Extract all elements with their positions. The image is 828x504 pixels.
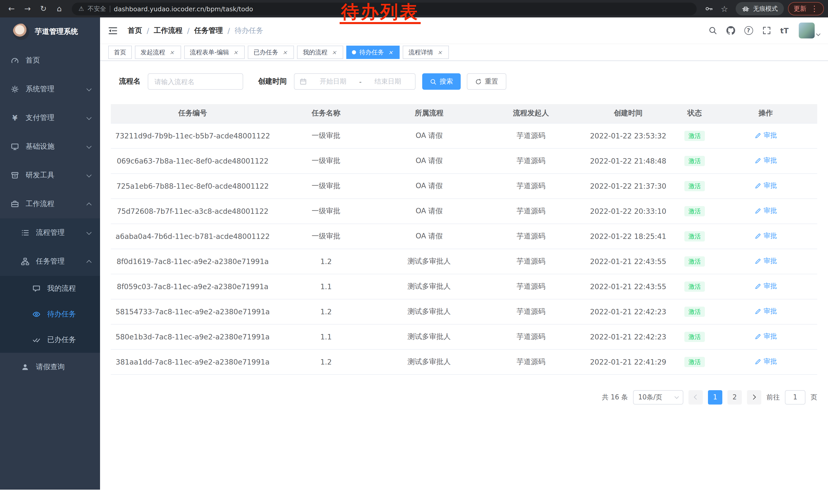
- user-menu[interactable]: [799, 22, 820, 39]
- initiator-cell: 芋道源码: [481, 123, 581, 148]
- approve-link[interactable]: 审批: [754, 231, 777, 241]
- action-cell: 审批: [714, 198, 817, 224]
- approve-link[interactable]: 审批: [754, 282, 777, 291]
- approve-link[interactable]: 审批: [754, 131, 777, 140]
- tab-label: 已办任务: [254, 48, 278, 57]
- create-time-cell: 2022-01-21 22:43:55: [581, 249, 675, 274]
- date-range-picker[interactable]: 开始日期 - 结束日期: [294, 73, 416, 90]
- sidebar-item-leave-query[interactable]: 请假查询: [0, 353, 100, 381]
- goto-page-input[interactable]: [785, 390, 805, 404]
- bookmark-star-icon[interactable]: [717, 2, 732, 16]
- tab-my-process[interactable]: 我的流程: [297, 46, 343, 59]
- browser-reload-icon[interactable]: [36, 1, 51, 16]
- breadcrumb-item-current: 待办任务: [235, 26, 263, 35]
- app-logo[interactable]: 芋道管理系统: [0, 17, 100, 46]
- close-icon[interactable]: [387, 49, 394, 56]
- total-count: 共 16 条: [602, 393, 628, 402]
- briefcase-icon: [10, 200, 19, 208]
- help-icon[interactable]: [742, 24, 755, 37]
- close-icon[interactable]: [436, 49, 444, 56]
- sidebar-collapse-icon[interactable]: [108, 25, 120, 36]
- close-icon[interactable]: [232, 49, 239, 56]
- status-badge: 激活: [685, 331, 705, 342]
- page-size-select[interactable]: 10条/页: [633, 390, 683, 404]
- annotation-todo-list: 待办列表: [340, 2, 421, 24]
- action-cell: 审批: [714, 299, 817, 324]
- reset-button[interactable]: 重置: [467, 73, 506, 90]
- browser-forward-icon[interactable]: [20, 1, 35, 16]
- process-name-input[interactable]: [148, 73, 243, 90]
- font-size-icon[interactable]: [778, 24, 791, 37]
- breadcrumb-item[interactable]: 任务管理: [194, 26, 223, 35]
- password-key-icon[interactable]: [702, 2, 716, 16]
- sidebar-item-my-process[interactable]: 我的流程: [0, 276, 100, 302]
- fullscreen-icon[interactable]: [760, 24, 773, 37]
- approve-link[interactable]: 审批: [754, 156, 777, 165]
- sidebar-item-process-mgmt[interactable]: 流程管理: [0, 218, 100, 247]
- tab-home[interactable]: 首页: [108, 46, 132, 59]
- status-cell: 激活: [675, 148, 714, 173]
- divider: [110, 5, 110, 12]
- approve-link[interactable]: 审批: [754, 207, 777, 216]
- sidebar-item-infra[interactable]: 基础设施: [0, 132, 100, 161]
- browser-menu-icon[interactable]: [811, 4, 818, 13]
- process-cell: OA 请假: [378, 173, 481, 198]
- sidebar-item-system[interactable]: 系统管理: [0, 75, 100, 103]
- close-icon[interactable]: [281, 49, 289, 56]
- approve-link[interactable]: 审批: [754, 332, 777, 341]
- status-cell: 激活: [675, 249, 714, 274]
- task-id-cell: 8f0d1619-7ac8-11ec-a9e2-a2380e71991a: [111, 249, 275, 274]
- next-page-button[interactable]: [747, 390, 761, 404]
- breadcrumb-item[interactable]: 工作流程: [154, 26, 182, 35]
- sidebar-item-label: 流程管理: [36, 228, 65, 237]
- close-icon[interactable]: [168, 49, 175, 56]
- table-row: 58154733-7ac8-11ec-a9e2-a2380e71991a 1.2…: [111, 299, 817, 324]
- github-icon[interactable]: [724, 24, 737, 37]
- table-row: 73211d9d-7b9b-11ec-b5b7-acde48001122 一级审…: [111, 123, 817, 148]
- refresh-icon: [475, 78, 482, 85]
- browser-update-button[interactable]: 更新: [788, 2, 824, 15]
- sidebar-item-label: 首页: [26, 56, 40, 65]
- initiator-cell: 芋道源码: [481, 349, 581, 374]
- avatar[interactable]: [799, 22, 815, 39]
- approve-link[interactable]: 审批: [754, 181, 777, 190]
- close-icon[interactable]: [331, 49, 338, 56]
- initiator-cell: 芋道源码: [481, 274, 581, 299]
- sidebar-item-label: 系统管理: [26, 85, 54, 94]
- sidebar-item-workflow[interactable]: 工作流程: [0, 190, 100, 218]
- approve-link[interactable]: 审批: [754, 357, 777, 366]
- sidebar-item-todo-tasks[interactable]: 待办任务: [0, 302, 100, 327]
- status-badge: 激活: [685, 181, 705, 191]
- create-time-cell: 2022-01-21 22:42:23: [581, 299, 675, 324]
- sidebar-item-done-tasks[interactable]: 已办任务: [0, 327, 100, 353]
- browser-back-icon[interactable]: [4, 1, 19, 16]
- tab-process-detail[interactable]: 流程详情: [403, 46, 449, 59]
- sidebar-item-devtools[interactable]: 研发工具: [0, 161, 100, 190]
- sidebar-item-payment[interactable]: ¥ 支付管理: [0, 103, 100, 132]
- breadcrumb-item[interactable]: 首页: [128, 26, 142, 35]
- chevron-down-icon: [86, 114, 92, 120]
- page-button-1[interactable]: 1: [708, 390, 722, 404]
- table-row: 725a1eb6-7b88-11ec-8ef0-acde48001122 一级审…: [111, 173, 817, 198]
- search-icon[interactable]: [706, 24, 719, 37]
- tab-todo-tasks[interactable]: 待办任务: [346, 46, 400, 59]
- task-name-cell: 一级审批: [275, 123, 378, 148]
- tab-form-edit[interactable]: 流程表单-编辑: [184, 46, 245, 59]
- sidebar-item-home[interactable]: 首页: [0, 46, 100, 75]
- search-button[interactable]: 搜索: [422, 73, 461, 90]
- prev-page-button[interactable]: [689, 390, 703, 404]
- sidebar-item-task-mgmt[interactable]: 任务管理: [0, 247, 100, 276]
- status-badge: 激活: [685, 256, 705, 266]
- tab-label: 待办任务: [359, 48, 384, 57]
- action-cell: 审批: [714, 123, 817, 148]
- org-tree-icon: [20, 258, 30, 266]
- tab-done-tasks[interactable]: 已办任务: [248, 46, 294, 59]
- page-button-2[interactable]: 2: [728, 390, 742, 404]
- approve-label: 审批: [763, 181, 777, 190]
- tab-start-process[interactable]: 发起流程: [135, 46, 181, 59]
- approve-link[interactable]: 审批: [754, 307, 777, 316]
- task-name-cell: 1.1: [275, 274, 378, 299]
- browser-home-icon[interactable]: [52, 1, 67, 16]
- approve-link[interactable]: 审批: [754, 257, 777, 266]
- status-badge: 激活: [685, 231, 705, 241]
